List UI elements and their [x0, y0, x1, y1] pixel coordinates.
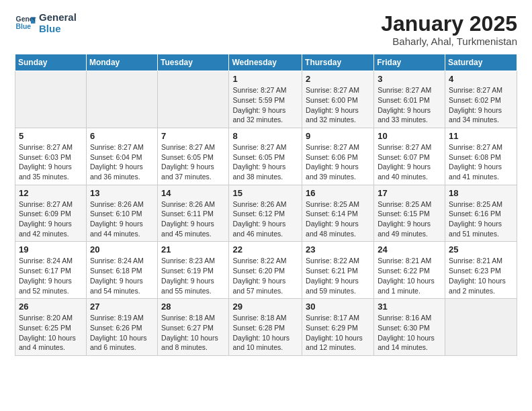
- day-cell: 31Sunrise: 8:16 AMSunset: 6:30 PMDayligh…: [374, 299, 445, 356]
- week-row-5: 26Sunrise: 8:20 AMSunset: 6:25 PMDayligh…: [15, 299, 517, 356]
- day-cell: 13Sunrise: 8:26 AMSunset: 6:10 PMDayligh…: [86, 185, 157, 242]
- day-cell: 27Sunrise: 8:19 AMSunset: 6:26 PMDayligh…: [86, 299, 157, 356]
- day-cell: 19Sunrise: 8:24 AMSunset: 6:17 PMDayligh…: [15, 242, 87, 299]
- day-number: 11: [449, 131, 513, 141]
- day-cell: 14Sunrise: 8:26 AMSunset: 6:11 PMDayligh…: [158, 185, 229, 242]
- day-number: 18: [449, 188, 513, 198]
- day-cell: [158, 71, 229, 128]
- svg-text:Blue: Blue: [16, 23, 32, 30]
- weekday-sunday: Sunday: [15, 54, 87, 71]
- logo-line1: General: [39, 12, 77, 24]
- day-cell: 24Sunrise: 8:21 AMSunset: 6:22 PMDayligh…: [374, 242, 445, 299]
- day-cell: 26Sunrise: 8:20 AMSunset: 6:25 PMDayligh…: [15, 299, 87, 356]
- day-number: 19: [19, 244, 83, 255]
- week-row-1: 1Sunrise: 8:27 AMSunset: 5:59 PMDaylight…: [15, 71, 517, 128]
- logo-icon: General Blue: [15, 13, 36, 34]
- day-number: 7: [161, 131, 225, 141]
- day-number: 13: [90, 188, 154, 198]
- month-title: January 2025: [381, 12, 517, 36]
- day-number: 5: [19, 131, 83, 141]
- day-info: Sunrise: 8:27 AMSunset: 6:07 PMDaylight:…: [378, 142, 441, 182]
- day-number: 17: [378, 188, 441, 198]
- day-number: 20: [90, 244, 154, 255]
- day-number: 26: [19, 302, 83, 312]
- day-info: Sunrise: 8:26 AMSunset: 6:12 PMDaylight:…: [232, 199, 298, 239]
- day-cell: 2Sunrise: 8:27 AMSunset: 6:00 PMDaylight…: [302, 71, 374, 128]
- title-block: January 2025 Baharly, Ahal, Turkmenistan: [381, 12, 517, 47]
- weekday-thursday: Thursday: [302, 54, 374, 71]
- day-info: Sunrise: 8:21 AMSunset: 6:22 PMDaylight:…: [378, 256, 441, 295]
- day-cell: 28Sunrise: 8:18 AMSunset: 6:27 PMDayligh…: [158, 299, 229, 356]
- day-info: Sunrise: 8:27 AMSunset: 6:08 PMDaylight:…: [449, 142, 513, 182]
- day-info: Sunrise: 8:27 AMSunset: 6:03 PMDaylight:…: [19, 142, 83, 182]
- day-info: Sunrise: 8:18 AMSunset: 6:28 PMDaylight:…: [232, 313, 298, 353]
- day-info: Sunrise: 8:25 AMSunset: 6:16 PMDaylight:…: [449, 199, 513, 239]
- day-info: Sunrise: 8:25 AMSunset: 6:14 PMDaylight:…: [306, 199, 370, 239]
- day-number: 8: [232, 131, 298, 141]
- day-cell: 3Sunrise: 8:27 AMSunset: 6:01 PMDaylight…: [374, 71, 445, 128]
- day-info: Sunrise: 8:27 AMSunset: 6:09 PMDaylight:…: [19, 199, 83, 239]
- weekday-saturday: Saturday: [445, 54, 517, 71]
- day-info: Sunrise: 8:27 AMSunset: 6:05 PMDaylight:…: [161, 142, 225, 182]
- day-cell: 11Sunrise: 8:27 AMSunset: 6:08 PMDayligh…: [445, 128, 517, 185]
- day-number: 12: [19, 188, 83, 198]
- day-cell: 20Sunrise: 8:24 AMSunset: 6:18 PMDayligh…: [86, 242, 157, 299]
- day-number: 16: [306, 188, 370, 198]
- day-info: Sunrise: 8:22 AMSunset: 6:21 PMDaylight:…: [306, 256, 370, 295]
- day-info: Sunrise: 8:27 AMSunset: 5:59 PMDaylight:…: [232, 85, 298, 125]
- day-number: 4: [449, 74, 513, 84]
- day-info: Sunrise: 8:21 AMSunset: 6:23 PMDaylight:…: [449, 256, 513, 295]
- day-info: Sunrise: 8:26 AMSunset: 6:10 PMDaylight:…: [90, 199, 154, 239]
- week-row-2: 5Sunrise: 8:27 AMSunset: 6:03 PMDaylight…: [15, 128, 517, 185]
- day-info: Sunrise: 8:16 AMSunset: 6:30 PMDaylight:…: [378, 313, 441, 353]
- day-info: Sunrise: 8:24 AMSunset: 6:18 PMDaylight:…: [90, 256, 154, 295]
- day-info: Sunrise: 8:24 AMSunset: 6:17 PMDaylight:…: [19, 256, 83, 295]
- day-info: Sunrise: 8:27 AMSunset: 6:00 PMDaylight:…: [306, 85, 370, 125]
- day-info: Sunrise: 8:17 AMSunset: 6:29 PMDaylight:…: [306, 313, 370, 353]
- day-cell: 6Sunrise: 8:27 AMSunset: 6:04 PMDaylight…: [86, 128, 157, 185]
- day-info: Sunrise: 8:23 AMSunset: 6:19 PMDaylight:…: [161, 256, 225, 295]
- weekday-tuesday: Tuesday: [158, 54, 229, 71]
- day-cell: 5Sunrise: 8:27 AMSunset: 6:03 PMDaylight…: [15, 128, 87, 185]
- day-info: Sunrise: 8:18 AMSunset: 6:27 PMDaylight:…: [161, 313, 225, 353]
- week-row-4: 19Sunrise: 8:24 AMSunset: 6:17 PMDayligh…: [15, 242, 517, 299]
- day-cell: 8Sunrise: 8:27 AMSunset: 6:05 PMDaylight…: [229, 128, 302, 185]
- page: General Blue General Blue January 2025 B…: [0, 0, 532, 411]
- day-number: 28: [161, 302, 225, 312]
- weekday-header-row: SundayMondayTuesdayWednesdayThursdayFrid…: [15, 54, 517, 71]
- header: General Blue General Blue January 2025 B…: [15, 12, 517, 47]
- day-cell: 1Sunrise: 8:27 AMSunset: 5:59 PMDaylight…: [229, 71, 302, 128]
- day-number: 10: [378, 131, 441, 141]
- day-cell: 29Sunrise: 8:18 AMSunset: 6:28 PMDayligh…: [229, 299, 302, 356]
- day-info: Sunrise: 8:27 AMSunset: 6:05 PMDaylight:…: [232, 142, 298, 182]
- day-number: 27: [90, 302, 154, 312]
- weekday-monday: Monday: [86, 54, 157, 71]
- day-info: Sunrise: 8:25 AMSunset: 6:15 PMDaylight:…: [378, 199, 441, 239]
- day-info: Sunrise: 8:27 AMSunset: 6:06 PMDaylight:…: [306, 142, 370, 182]
- day-number: 2: [306, 74, 370, 84]
- day-cell: 4Sunrise: 8:27 AMSunset: 6:02 PMDaylight…: [445, 71, 517, 128]
- day-number: 1: [232, 74, 298, 84]
- day-cell: 23Sunrise: 8:22 AMSunset: 6:21 PMDayligh…: [302, 242, 374, 299]
- day-number: 15: [232, 188, 298, 198]
- day-number: 24: [378, 244, 441, 255]
- day-number: 6: [90, 131, 154, 141]
- day-number: 31: [378, 302, 441, 312]
- day-number: 9: [306, 131, 370, 141]
- day-cell: 18Sunrise: 8:25 AMSunset: 6:16 PMDayligh…: [445, 185, 517, 242]
- day-cell: 21Sunrise: 8:23 AMSunset: 6:19 PMDayligh…: [158, 242, 229, 299]
- day-number: 21: [161, 244, 225, 255]
- day-info: Sunrise: 8:26 AMSunset: 6:11 PMDaylight:…: [161, 199, 225, 239]
- day-cell: 7Sunrise: 8:27 AMSunset: 6:05 PMDaylight…: [158, 128, 229, 185]
- weekday-friday: Friday: [374, 54, 445, 71]
- day-cell: [15, 71, 87, 128]
- day-cell: 25Sunrise: 8:21 AMSunset: 6:23 PMDayligh…: [445, 242, 517, 299]
- day-cell: 16Sunrise: 8:25 AMSunset: 6:14 PMDayligh…: [302, 185, 374, 242]
- day-number: 22: [232, 244, 298, 255]
- day-cell: 10Sunrise: 8:27 AMSunset: 6:07 PMDayligh…: [374, 128, 445, 185]
- day-info: Sunrise: 8:27 AMSunset: 6:01 PMDaylight:…: [378, 85, 441, 125]
- week-row-3: 12Sunrise: 8:27 AMSunset: 6:09 PMDayligh…: [15, 185, 517, 242]
- day-cell: 9Sunrise: 8:27 AMSunset: 6:06 PMDaylight…: [302, 128, 374, 185]
- day-cell: 15Sunrise: 8:26 AMSunset: 6:12 PMDayligh…: [229, 185, 302, 242]
- day-cell: 30Sunrise: 8:17 AMSunset: 6:29 PMDayligh…: [302, 299, 374, 356]
